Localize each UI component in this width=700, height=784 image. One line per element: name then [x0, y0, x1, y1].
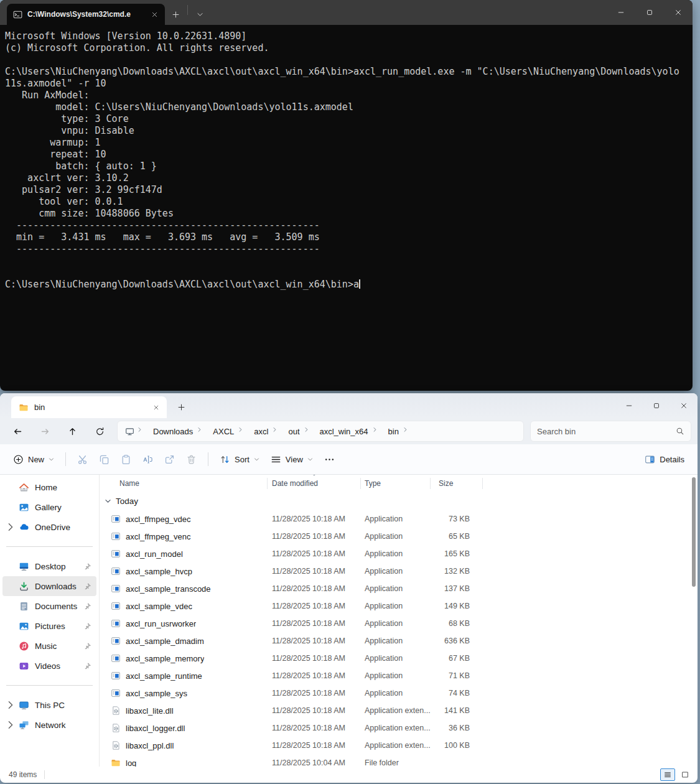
cut-icon: [77, 454, 88, 465]
file-date-modified: 11/28/2025 10:18 AM: [268, 689, 361, 698]
terminal-close-button[interactable]: [664, 0, 693, 25]
file-row[interactable]: axcl_ffmpeg_vdec11/28/2025 10:18 AMAppli…: [111, 510, 698, 528]
search-input[interactable]: Search bin: [530, 421, 691, 442]
chevron-placeholder: [2, 661, 19, 671]
search-icon: [676, 427, 684, 436]
file-explorer-window: bin DownloadsAXCLaxcloutaxcl_win_x64bin …: [0, 393, 698, 783]
terminal-maximize-button[interactable]: [635, 0, 664, 25]
sidebar-item-this-pc[interactable]: This PC: [2, 695, 96, 715]
dll-icon: [111, 740, 121, 750]
breadcrumb-segment[interactable]: AXCL: [209, 425, 238, 438]
sidebar-item-music[interactable]: Music: [2, 636, 96, 656]
file-row[interactable]: libaxcl_logger.dll11/28/2025 10:18 AMApp…: [111, 719, 698, 737]
explorer-close-button[interactable]: [670, 393, 698, 418]
paste-button[interactable]: [115, 449, 137, 470]
explorer-tab-close-button[interactable]: [151, 402, 162, 413]
group-header-today[interactable]: Today: [100, 492, 698, 510]
column-header-date-modified[interactable]: Date modified: [268, 478, 361, 489]
file-row[interactable]: axcl_sample_memory11/28/2025 10:18 AMApp…: [111, 650, 698, 667]
column-header-name[interactable]: Name: [111, 478, 268, 489]
sidebar-item-desktop[interactable]: Desktop: [2, 556, 96, 576]
sidebar-item-pictures[interactable]: Pictures: [2, 616, 96, 636]
terminal-minimize-button[interactable]: [607, 0, 635, 25]
more-options-button[interactable]: [319, 449, 340, 470]
sidebar-item-network[interactable]: Network: [2, 715, 96, 735]
close-icon: [151, 11, 158, 18]
refresh-button[interactable]: [86, 420, 113, 442]
sort-button[interactable]: Sort: [214, 449, 265, 470]
file-name: axcl_sample_sys: [126, 689, 187, 698]
chevron-down-icon: [197, 11, 203, 18]
up-button[interactable]: [58, 420, 86, 442]
copy-icon: [99, 454, 110, 465]
chevron-placeholder: [2, 581, 19, 591]
file-row[interactable]: axcl_run_model11/28/2025 10:18 AMApplica…: [111, 545, 698, 562]
forward-button[interactable]: [31, 420, 58, 442]
share-button[interactable]: [159, 449, 180, 470]
new-button[interactable]: New: [7, 449, 60, 470]
details-button[interactable]: Details: [639, 449, 690, 470]
terminal-output[interactable]: Microsoft Windows [Version 10.0.22631.48…: [0, 25, 693, 296]
explorer-toolbar: NewSortViewDetails: [0, 444, 698, 475]
file-name: axcl_ffmpeg_venc: [126, 532, 191, 541]
explorer-new-tab-button[interactable]: [170, 396, 192, 418]
terminal-new-tab-button[interactable]: [165, 4, 186, 25]
copy-button[interactable]: [93, 449, 115, 470]
large-icons-view-button[interactable]: [678, 768, 693, 781]
sidebar-item-home[interactable]: Home: [2, 477, 96, 497]
details-view-button[interactable]: [660, 768, 675, 781]
file-row[interactable]: axcl_ffmpeg_venc11/28/2025 10:18 AMAppli…: [111, 528, 698, 545]
breadcrumb-segment[interactable]: bin: [385, 425, 403, 438]
home-icon: [19, 482, 29, 493]
breadcrumb-segment[interactable]: axcl_win_x64: [316, 425, 372, 438]
sort-icon: [220, 454, 230, 465]
explorer-maximize-button[interactable]: [643, 393, 670, 418]
explorer-minimize-button[interactable]: [615, 393, 643, 418]
terminal-line: axclrt ver: 3.10.2: [5, 172, 688, 184]
terminal-tab-dropdown-button[interactable]: [189, 4, 210, 25]
terminal-line: pulsar2 ver: 3.2 99cf147d: [5, 184, 688, 196]
rename-button[interactable]: [137, 449, 159, 470]
file-row[interactable]: axcl_sample_transcode11/28/2025 10:18 AM…: [111, 580, 698, 597]
chevron-right-icon: [372, 425, 385, 437]
terminal-tab[interactable]: C:\Windows\System32\cmd.e: [7, 4, 165, 25]
cut-button[interactable]: [72, 449, 93, 470]
file-date-modified: 11/28/2025 10:18 AM: [268, 584, 361, 593]
sidebar-item-videos[interactable]: Videos: [2, 656, 96, 676]
view-button[interactable]: View: [265, 449, 319, 470]
vertical-scrollbar[interactable]: [692, 477, 696, 587]
file-row[interactable]: axcl_run_usrworker11/28/2025 10:18 AMApp…: [111, 615, 698, 632]
column-header-size[interactable]: Size: [431, 478, 483, 489]
column-header-type[interactable]: Type: [361, 478, 431, 489]
file-row[interactable]: axcl_sample_sys11/28/2025 10:18 AMApplic…: [111, 684, 698, 702]
file-row[interactable]: axcl_sample_vdec11/28/2025 10:18 AMAppli…: [111, 597, 698, 615]
breadcrumb-segment[interactable]: axcl: [250, 425, 272, 438]
chevron-right-icon[interactable]: [2, 700, 19, 710]
file-row[interactable]: libaxcl_ppl.dll11/28/2025 10:18 AMApplic…: [111, 737, 698, 754]
file-row[interactable]: libaxcl_lite.dll11/28/2025 10:18 AMAppli…: [111, 702, 698, 719]
delete-button[interactable]: [180, 449, 202, 470]
file-row[interactable]: axcl_sample_runtime11/28/2025 10:18 AMAp…: [111, 667, 698, 684]
terminal-line: ----------------------------------------…: [5, 220, 688, 231]
sidebar-item-downloads[interactable]: Downloads: [2, 576, 96, 596]
chevron-right-icon[interactable]: [2, 720, 19, 730]
file-row[interactable]: log11/28/2025 10:04 AMFile folder: [111, 754, 698, 767]
chevron-right-icon[interactable]: [2, 522, 19, 532]
sidebar-item-gallery[interactable]: Gallery: [2, 497, 96, 517]
breadcrumb-segment[interactable]: Downloads: [149, 425, 197, 438]
breadcrumb-segment[interactable]: out: [284, 425, 303, 438]
sidebar-item-documents[interactable]: Documents: [2, 596, 96, 616]
sidebar-item-onedrive[interactable]: OneDrive: [2, 517, 96, 537]
back-button[interactable]: [4, 420, 31, 442]
file-row[interactable]: axcl_sample_hvcp11/28/2025 10:18 AMAppli…: [111, 562, 698, 580]
file-type: Application: [361, 567, 431, 576]
chevron-placeholder: [2, 502, 19, 512]
breadcrumb[interactable]: DownloadsAXCLaxcloutaxcl_win_x64bin: [117, 421, 524, 442]
terminal-tab-close-button[interactable]: [149, 9, 160, 20]
explorer-tab[interactable]: bin: [11, 396, 167, 418]
chevron-right-icon: [403, 425, 415, 437]
up-icon: [68, 427, 77, 436]
close-icon: [680, 402, 688, 409]
folder-icon: [19, 403, 29, 413]
file-row[interactable]: axcl_sample_dmadim11/28/2025 10:18 AMApp…: [111, 632, 698, 650]
